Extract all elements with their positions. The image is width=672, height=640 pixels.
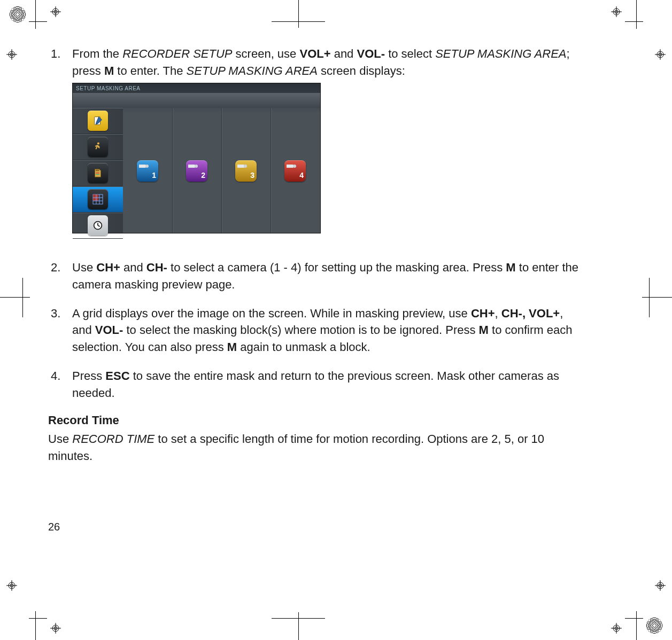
camera-3-icon: 3	[235, 160, 257, 182]
camera-4-icon: 4	[284, 160, 306, 182]
trim-line-top-center-v	[298, 0, 299, 28]
instruction-list: From the RECORDER SETUP screen, use VOL+…	[48, 45, 583, 402]
trim-line-bottom-center-v	[298, 612, 299, 640]
trim-line-left-mid-v	[22, 278, 23, 317]
key-label: VOL-	[95, 323, 123, 337]
text: Use	[48, 432, 72, 446]
text: ,	[495, 307, 501, 320]
print-pattern-bottom-right	[646, 618, 662, 634]
key-label: M	[227, 340, 237, 354]
screenshot-title: SETUP MASKING AREA	[76, 85, 141, 93]
screen-name: RECORDER SETUP	[122, 47, 232, 60]
key-label: CH+	[96, 261, 120, 274]
step-1: From the RECORDER SETUP screen, use VOL+…	[72, 45, 583, 233]
svg-point-51	[293, 165, 296, 168]
camera-number: 3	[250, 170, 254, 181]
text: and	[331, 47, 357, 60]
step-3: A grid displays over the image on the sc…	[72, 305, 583, 356]
camera-number: 1	[152, 170, 156, 181]
step-4: Press ESC to save the entire mask and re…	[72, 368, 583, 402]
svg-rect-38	[96, 174, 99, 175]
walking-person-icon	[88, 137, 108, 157]
svg-point-48	[145, 165, 149, 168]
svg-rect-37	[96, 173, 99, 173]
registration-mark-icon	[6, 49, 17, 60]
key-label: CH+	[471, 307, 495, 320]
step-2: Use CH+ and CH- to select a camera (1 - …	[72, 259, 583, 293]
svg-rect-34	[96, 170, 96, 171]
text: again to unmask a block.	[237, 340, 370, 354]
registration-mark-icon	[50, 6, 61, 17]
text: to save the entire mask and return to th…	[72, 369, 559, 400]
sidebar-item-motion	[73, 134, 123, 160]
screen-name: SETUP MASKING AREA	[435, 47, 566, 60]
text: to select a camera (1 - 4) for setting u…	[167, 261, 506, 274]
clock-icon	[88, 215, 108, 236]
trim-line-top-center-h	[272, 21, 325, 22]
screenshot-headerbar	[73, 93, 320, 108]
print-pattern-top-left	[10, 6, 26, 22]
text: to select the masking block(s) where mot…	[123, 323, 478, 337]
key-label: M	[479, 323, 489, 337]
key-label: VOL-	[357, 47, 385, 60]
svg-point-50	[244, 165, 247, 168]
page-number: 26	[48, 521, 60, 533]
sidebar-item-masking-selected	[73, 186, 123, 213]
camera-number: 2	[201, 170, 205, 181]
screen-name: RECORD TIME	[72, 432, 155, 446]
page-content: From the RECORDER SETUP screen, use VOL+…	[48, 45, 583, 537]
text: and	[120, 261, 146, 274]
svg-rect-35	[97, 170, 98, 171]
registration-mark-icon	[6, 580, 17, 591]
embedded-ui-screenshot: SETUP MASKING AREA	[72, 83, 321, 233]
registration-mark-icon	[50, 623, 61, 634]
camera-2-icon: 2	[186, 160, 207, 182]
text: A grid displays over the image on the sc…	[72, 307, 471, 320]
svg-rect-36	[98, 170, 99, 171]
trim-line-left-mid-h	[0, 297, 30, 298]
registration-mark-icon	[611, 6, 622, 17]
trim-line-right-mid-h	[642, 297, 672, 298]
camera-number: 4	[299, 170, 304, 181]
registration-mark-icon	[655, 580, 666, 591]
section-heading-record-time: Record Time	[48, 413, 583, 427]
trim-line-bottom-center-h	[272, 618, 325, 619]
screenshot-sidebar	[73, 108, 123, 233]
key-label: CH-, VOL+	[501, 307, 560, 320]
text: screen displays:	[318, 64, 405, 77]
key-label: M	[506, 261, 515, 274]
section-body-record-time: Use RECORD TIME to set a specific length…	[48, 431, 583, 465]
registration-mark-icon	[655, 49, 666, 60]
document-pencil-icon	[88, 111, 108, 131]
text: screen, use	[233, 47, 300, 60]
sidebar-item-setup	[73, 108, 123, 134]
trim-line-right-mid-v	[649, 278, 650, 317]
sidebar-item-schedule	[73, 213, 123, 239]
key-label: M	[104, 64, 114, 77]
svg-point-49	[195, 165, 198, 168]
svg-point-33	[97, 143, 99, 145]
key-label: VOL+	[299, 47, 330, 60]
key-label: ESC	[105, 369, 129, 383]
sidebar-item-storage	[73, 160, 123, 186]
text: to enter. The	[114, 64, 186, 77]
text: Use	[72, 261, 96, 274]
text: Press	[72, 369, 105, 383]
key-label: CH-	[146, 261, 167, 274]
screenshot-main-area: 1 2 3 4	[123, 108, 320, 233]
sd-card-icon	[88, 163, 108, 183]
screen-name: SETUP MASKING AREA	[187, 64, 318, 77]
registration-mark-icon	[611, 623, 622, 634]
text: to select	[385, 47, 435, 60]
text: From the	[72, 47, 122, 60]
camera-1-icon: 1	[137, 160, 158, 182]
camera-row: 1 2 3 4	[123, 159, 320, 184]
masking-grid-icon	[88, 189, 108, 209]
